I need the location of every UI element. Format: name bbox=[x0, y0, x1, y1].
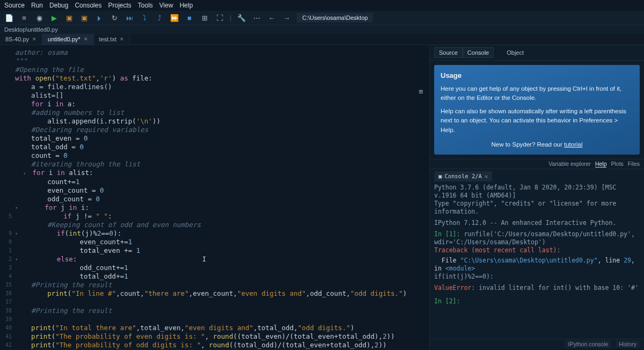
console-icon: ▣ bbox=[438, 172, 442, 180]
continue-icon[interactable]: ⏩ bbox=[170, 13, 179, 23]
code-line: alist=[] bbox=[15, 91, 63, 100]
tutorial-link[interactable]: tutorial bbox=[564, 141, 583, 148]
code-line: odd_count = 0 bbox=[15, 195, 100, 203]
code-line: else: I bbox=[20, 255, 206, 264]
help-title: Usage bbox=[441, 70, 633, 81]
tab-label: 8S-40.py bbox=[5, 36, 29, 42]
stop-icon[interactable]: ■ bbox=[185, 13, 194, 23]
refresh-icon[interactable]: ↻ bbox=[109, 13, 119, 23]
menu-source[interactable]: Source bbox=[4, 2, 25, 9]
tab-files[interactable]: Files bbox=[628, 161, 640, 167]
close-icon[interactable]: ✕ bbox=[84, 37, 88, 42]
close-icon[interactable]: ✕ bbox=[32, 37, 36, 42]
code-line: #Printing the result bbox=[15, 281, 112, 289]
code-line: for j in i: bbox=[20, 203, 89, 212]
step-out-icon[interactable]: ⤴ bbox=[155, 13, 164, 23]
console-line: File "C:\Users\osama\Desktop\untitled0.p… bbox=[434, 257, 640, 273]
menu-tools[interactable]: Tools bbox=[138, 2, 153, 9]
tab-file-1[interactable]: 8S-40.py ✕ bbox=[0, 34, 42, 45]
menu-help[interactable]: Help bbox=[180, 2, 193, 9]
step-into-icon[interactable]: ⤵ bbox=[140, 13, 149, 23]
console-line: if(int(j)%2==0): bbox=[434, 273, 640, 281]
forward-icon[interactable]: → bbox=[282, 13, 291, 23]
help-text: Help can also be shown automatically aft… bbox=[441, 107, 633, 135]
maximize-icon[interactable]: ⛶ bbox=[215, 13, 224, 23]
ipython-console[interactable]: ▣ Console 2/A ✕ Python 3.7.6 (default, J… bbox=[430, 169, 644, 339]
code-line: print("The probability of even digits is… bbox=[15, 332, 394, 341]
right-pane-tabs: Variable explorer Help Plots Files bbox=[430, 159, 644, 169]
menu-consoles[interactable]: Consoles bbox=[75, 2, 101, 9]
code-line: with open("test.txt",'r') as file: bbox=[15, 74, 152, 83]
code-line: total_even = 0 bbox=[15, 134, 87, 143]
console-prompt[interactable]: In [2]: bbox=[434, 297, 640, 305]
help-toolbar: Source Console Object bbox=[430, 45, 644, 61]
tab-file-3[interactable]: test.txt ✕ bbox=[94, 34, 130, 45]
code-line: print("The probability of odd digits is:… bbox=[15, 341, 386, 349]
options-icon[interactable]: ≡ bbox=[419, 87, 423, 96]
console-tab-label: Console 2/A bbox=[444, 172, 482, 180]
menubar: Source Run Debug Consoles Projects Tools… bbox=[0, 0, 644, 11]
breadcrumb: Desktop\untitled0.py bbox=[0, 25, 644, 34]
run-cell-next-icon[interactable]: ▣ bbox=[79, 13, 89, 23]
console-line: IPython 7.12.0 -- An enhanced Interactiv… bbox=[434, 219, 640, 227]
code-line: for i in a: bbox=[15, 100, 76, 108]
wrench-icon[interactable]: 🔧 bbox=[237, 13, 246, 23]
code-line: odd_count+=1 bbox=[15, 264, 128, 272]
tab-ipython[interactable]: IPython console bbox=[565, 340, 612, 348]
tab-file-2[interactable]: untitled0.py* ✕ bbox=[42, 34, 94, 45]
code-line: count = 0 bbox=[15, 151, 68, 160]
console-line: Type "copyright", "credits" or "license"… bbox=[434, 200, 640, 216]
main-split: ≡ author: osama """ #Opening the file wi… bbox=[0, 45, 644, 349]
menu-projects[interactable]: Projects bbox=[108, 2, 131, 9]
tab-history[interactable]: History bbox=[616, 340, 640, 348]
code-line: total_odd+=1 bbox=[15, 272, 128, 281]
code-line: a = file.readlines() bbox=[15, 83, 112, 91]
python-path-icon[interactable]: ⋯ bbox=[252, 13, 261, 23]
code-line: even_count+=1 bbox=[15, 238, 132, 246]
code-line: """ bbox=[15, 57, 27, 65]
close-icon[interactable]: ✕ bbox=[120, 37, 124, 42]
code-line: count+=1 bbox=[15, 178, 79, 186]
working-dir[interactable]: C:\Users\osama\Desktop bbox=[297, 13, 373, 23]
toolbar: 📄 ≡ ◉ ▶ ▣ ▣ ⏵ ↻ ⏭ ⤵ ⤴ ⏩ ■ ⊞ ⛶ | 🔧 ⋯ ← → … bbox=[0, 11, 644, 25]
run-icon[interactable]: ▶ bbox=[49, 13, 59, 23]
object-label: Object bbox=[507, 49, 524, 56]
code-line: #Declaring required variables bbox=[15, 126, 148, 134]
code-line: #Opening the file bbox=[15, 65, 84, 74]
code-line: total_odd = 0 bbox=[15, 143, 84, 151]
code-line: total_even += 1 bbox=[15, 246, 140, 255]
console-bottom-tabs: IPython console History bbox=[430, 339, 644, 349]
back-icon[interactable]: ← bbox=[267, 13, 276, 23]
code-line: #Keeping count of odd and even numbers bbox=[15, 221, 201, 229]
console-tab[interactable]: ▣ Console 2/A ✕ bbox=[434, 171, 492, 181]
code-line: ▾ for i in alist: bbox=[15, 169, 93, 178]
console-line: In [1]: runfile('C:/Users/osama/Desktop/… bbox=[434, 230, 640, 246]
code-line: #adding numbers to list bbox=[15, 108, 124, 117]
editor-tabs: 8S-40.py ✕ untitled0.py* ✕ test.txt ✕ bbox=[0, 34, 644, 45]
menu-view[interactable]: View bbox=[159, 2, 173, 9]
code-line: if(int(j)%2==0): bbox=[20, 229, 121, 238]
help-source-tab[interactable]: Source bbox=[434, 47, 463, 58]
tab-variable-explorer[interactable]: Variable explorer bbox=[548, 161, 591, 167]
tab-help[interactable]: Help bbox=[595, 161, 607, 167]
code-line: even_count = 0 bbox=[15, 186, 104, 195]
step-over-icon[interactable]: ⏭ bbox=[125, 13, 134, 23]
menu-run[interactable]: Run bbox=[31, 2, 43, 9]
open-file-icon[interactable]: ≡ bbox=[19, 13, 29, 23]
code-editor[interactable]: ≡ author: osama """ #Opening the file wi… bbox=[0, 45, 429, 349]
code-line: if j != " ": bbox=[15, 212, 112, 221]
tab-label: untitled0.py* bbox=[48, 36, 80, 42]
layout-icon[interactable]: ⊞ bbox=[200, 13, 209, 23]
new-file-icon[interactable]: 📄 bbox=[4, 13, 14, 23]
code-line: alist.append(i.rstrip('\n')) bbox=[15, 117, 160, 126]
help-usage-box: Usage Here you can get help of any objec… bbox=[434, 65, 640, 155]
menu-debug[interactable]: Debug bbox=[49, 2, 68, 9]
record-icon[interactable]: ◉ bbox=[34, 13, 44, 23]
close-icon[interactable]: ✕ bbox=[485, 172, 488, 180]
run-cell-icon[interactable]: ▣ bbox=[64, 13, 74, 23]
code-line: author: osama bbox=[15, 48, 68, 57]
console-line: Python 3.7.6 (default, Jan 8 2020, 20:23… bbox=[434, 184, 640, 200]
tab-plots[interactable]: Plots bbox=[611, 161, 623, 167]
help-console-tab[interactable]: Console bbox=[463, 47, 494, 58]
debug-icon[interactable]: ⏵ bbox=[94, 13, 104, 23]
